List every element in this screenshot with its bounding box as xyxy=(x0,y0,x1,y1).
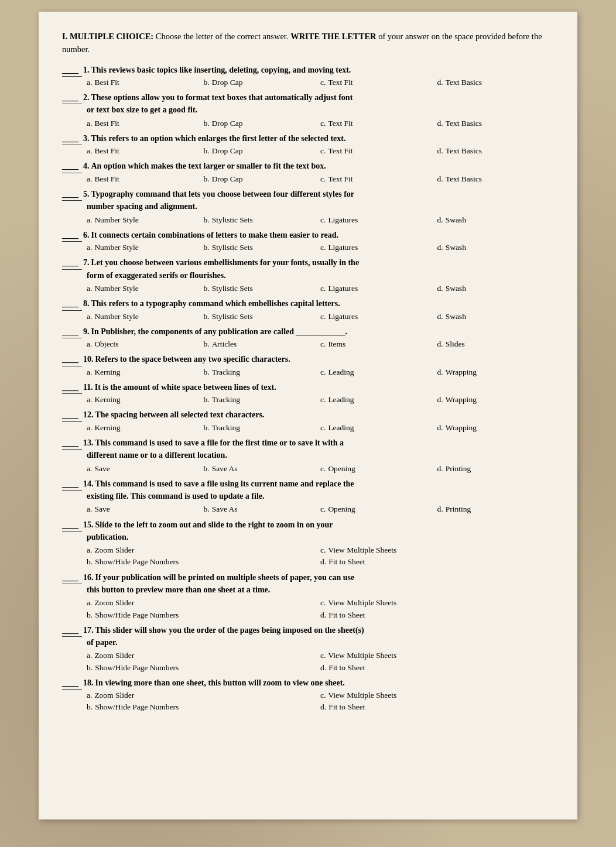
choice-letter: a. xyxy=(87,422,92,434)
question-line: ____13.This command is used to save a fi… xyxy=(62,437,554,450)
choice-letter: b. xyxy=(204,145,210,157)
choice-item: c.Leading xyxy=(320,422,437,434)
choice-letter: d. xyxy=(437,214,443,226)
question-line: ____16.If your publication will be print… xyxy=(62,572,554,584)
question-line: ____14.This command is used to save a fi… xyxy=(62,478,554,491)
question-number: 9. xyxy=(83,326,90,338)
choice-text: Slides xyxy=(446,338,465,350)
answer-blank: ____ xyxy=(62,437,82,450)
choice-item: c.Text Fit xyxy=(320,77,437,88)
choice-text: Drop Cap xyxy=(212,173,243,185)
choice-letter: a. xyxy=(87,77,92,88)
choice-text: Kerning xyxy=(94,394,120,406)
choices: a.Number Styleb.Stylistic Setsc.Ligature… xyxy=(62,283,554,294)
choice-letter: a. xyxy=(87,338,92,350)
choice-item: b.Articles xyxy=(204,338,321,350)
answer-blank: ____ xyxy=(62,257,82,269)
choice-text: Ligatures xyxy=(328,311,358,323)
choice-text: Printing xyxy=(446,463,471,475)
answer-blank: ____ xyxy=(62,382,82,394)
choice-item: c.View Multiple Sheets xyxy=(320,544,554,556)
question-text: It is the amount of white space between … xyxy=(95,382,276,393)
choice-text: Text Fit xyxy=(328,145,353,157)
choice-text: Wrapping xyxy=(446,422,477,434)
choice-letter: d. xyxy=(320,662,326,674)
choice-item: c.Ligatures xyxy=(320,214,437,226)
question-number: 10. xyxy=(83,354,94,365)
question-block: ____13.This command is used to save a fi… xyxy=(62,437,554,475)
choice-item: d.Text Basics xyxy=(437,118,555,129)
choices: a.Kerningb.Trackingc.Leadingd.Wrapping xyxy=(62,422,554,434)
question-line: ____7.Let you choose between various emb… xyxy=(62,257,554,269)
choice-letter: d. xyxy=(320,556,326,568)
choice-letter: c. xyxy=(320,690,326,701)
choice-letter: a. xyxy=(87,214,92,226)
choice-letter: c. xyxy=(320,118,326,129)
choice-item: b.Stylistic Sets xyxy=(204,283,321,294)
question-text: Typography command that lets you choose … xyxy=(91,188,355,200)
question-text: In viewing more than one sheet, this but… xyxy=(95,677,345,689)
choice-text: Ligatures xyxy=(328,242,358,253)
question-text: Refers to the space between any two spec… xyxy=(95,354,290,365)
question-line: ____6.It connects certain combinations o… xyxy=(62,229,554,242)
question-number: 8. xyxy=(83,298,90,310)
question-line: ____1.This reviews basic topics like ins… xyxy=(62,64,554,77)
choice-item: d.Wrapping xyxy=(437,394,555,406)
choice-item: a.Zoom Slider xyxy=(87,597,320,609)
choice-item: a.Best Fit xyxy=(87,118,204,129)
choice-text: Wrapping xyxy=(446,366,477,378)
choice-text: Show/Hide Page Numbers xyxy=(95,556,179,568)
answer-blank: ____ xyxy=(62,92,82,104)
choice-text: Show/Hide Page Numbers xyxy=(95,609,179,621)
question-text: This command is used to save a file usin… xyxy=(95,478,354,490)
choice-item: c.Items xyxy=(320,338,437,350)
choice-item: d.Wrapping xyxy=(437,366,555,378)
choice-item: d.Slides xyxy=(437,338,555,350)
choice-text: Kerning xyxy=(94,422,120,434)
choice-text: Opening xyxy=(328,503,355,515)
choices: a.Number Styleb.Stylistic Setsc.Ligature… xyxy=(62,242,554,253)
choice-item: b.Stylistic Sets xyxy=(204,311,321,323)
choices: a.Best Fitb.Drop Capc.Text Fitd.Text Bas… xyxy=(62,118,554,129)
choice-text: Text Basics xyxy=(446,173,482,185)
question-block: ____8.This refers to a typography comman… xyxy=(62,298,554,323)
question-text: If your publication will be printed on m… xyxy=(95,572,355,584)
choices: a.Number Styleb.Stylistic Setsc.Ligature… xyxy=(62,311,554,323)
answer-blank: ____ xyxy=(62,478,82,491)
choice-text: Items xyxy=(328,338,345,350)
choice-letter: d. xyxy=(437,503,443,515)
question-block: ____7.Let you choose between various emb… xyxy=(62,257,554,294)
question-block: ____18.In viewing more than one sheet, t… xyxy=(62,677,554,714)
choices: a.Kerningb.Trackingc.Leadingd.Wrapping xyxy=(62,394,554,406)
choice-item: c.Leading xyxy=(320,394,437,406)
choice-letter: c. xyxy=(320,463,326,475)
choice-text: Fit to Sheet xyxy=(328,662,365,674)
answer-blank: ____ xyxy=(62,160,82,173)
choice-text: Text Fit xyxy=(328,173,353,185)
choice-item: d.Text Basics xyxy=(437,173,555,185)
choice-item: b.Save As xyxy=(204,503,321,515)
choice-text: Number Style xyxy=(94,214,138,226)
question-text: This refers to an option which enlarges … xyxy=(91,133,346,145)
choice-letter: b. xyxy=(204,338,210,350)
choice-letter: a. xyxy=(87,173,92,185)
choice-item: c.Opening xyxy=(320,463,437,475)
choices: a.Best Fitb.Drop Capc.Text Fitd.Text Bas… xyxy=(62,173,554,185)
choice-letter: d. xyxy=(437,283,443,294)
choice-letter: c. xyxy=(320,242,326,253)
choice-text: Number Style xyxy=(94,311,138,323)
choice-letter: b. xyxy=(87,556,93,568)
choice-letter: b. xyxy=(204,394,210,406)
question-number: 14. xyxy=(83,478,94,490)
choice-item: d.Swash xyxy=(437,242,555,253)
choice-letter: a. xyxy=(87,690,92,701)
choice-item: c.Ligatures xyxy=(320,242,437,253)
question-block: ____5.Typography command that lets you c… xyxy=(62,188,554,226)
choice-item: c.View Multiple Sheets xyxy=(320,650,554,661)
question-text: This reviews basic topics like inserting… xyxy=(91,64,351,76)
answer-blank: ____ xyxy=(62,677,82,690)
choice-letter: a. xyxy=(87,118,92,129)
header-text1: Choose the letter of the correct answer. xyxy=(156,32,290,41)
choice-letter: b. xyxy=(87,662,93,674)
question-text: This refers to a typography command whic… xyxy=(91,298,340,310)
